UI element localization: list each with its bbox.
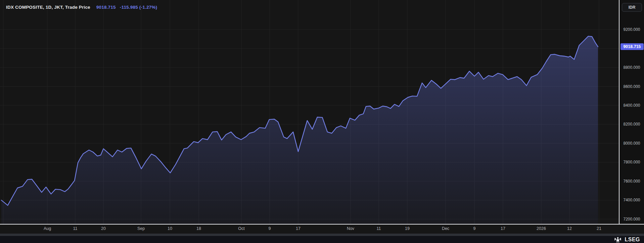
- price-tick-label: 7600.000: [619, 179, 644, 184]
- price-change-value: -115.985 (-1.27%): [120, 5, 157, 10]
- series-area-fill: [1, 36, 598, 224]
- footer-bar: LSEG: [0, 236, 644, 243]
- price-tick-label: 7400.000: [619, 197, 644, 203]
- price-tick-label: 8400.000: [619, 103, 644, 108]
- time-tick-label: 9: [473, 226, 476, 231]
- currency-button[interactable]: IDR: [622, 3, 642, 12]
- time-tick-label: 17: [296, 226, 301, 231]
- time-tick-label: 11: [377, 226, 381, 231]
- last-price-badge: 9018.715: [620, 43, 644, 50]
- lseg-branding: LSEG: [613, 236, 640, 243]
- price-tick-label: 7800.000: [619, 159, 644, 165]
- time-tick-label: 19: [405, 226, 410, 231]
- time-tick-label: Nov: [347, 226, 354, 231]
- price-tick-label: 8800.000: [619, 65, 644, 70]
- price-tick-label: 7200.000: [619, 216, 644, 222]
- time-tick-label: 20: [101, 226, 106, 231]
- time-tick-label: Oct: [238, 226, 244, 231]
- price-axis[interactable]: IDR 9200.0009000.0008800.0008600.0008400…: [619, 0, 644, 224]
- time-tick-label: 18: [196, 226, 201, 231]
- time-tick-label: Dec: [442, 226, 449, 231]
- time-tick-label: 2026: [537, 226, 546, 231]
- time-tick-label: 12: [567, 226, 572, 231]
- price-tick-label: 8000.000: [619, 141, 644, 146]
- time-tick-label: 10: [168, 226, 172, 231]
- instrument-title: IDX COMPOSITE, 1D, JKT, Trade Price: [6, 5, 90, 10]
- time-tick-label: 9: [269, 226, 271, 231]
- time-tick-label: 17: [501, 226, 505, 231]
- price-tick-label: 9200.000: [619, 27, 644, 32]
- chart-plot-area[interactable]: [0, 0, 619, 224]
- price-chart-window: IDX COMPOSITE, 1D, JKT, Trade Price 9018…: [0, 0, 644, 243]
- time-tick-label: Sep: [137, 226, 145, 231]
- bottom-scrollbar[interactable]: [0, 234, 644, 236]
- price-tick-label: 8200.000: [619, 122, 644, 127]
- price-tick-label: 8600.000: [619, 84, 644, 89]
- time-tick-label: 21: [597, 226, 601, 231]
- time-tick-label: 11: [73, 226, 78, 231]
- lseg-logo-text: LSEG: [625, 237, 640, 243]
- time-axis[interactable]: Aug1120Sep1018Oct917Nov1119Dec9172026122…: [0, 224, 644, 233]
- last-price-value: 9018.715: [96, 5, 116, 10]
- chart-legend[interactable]: IDX COMPOSITE, 1D, JKT, Trade Price 9018…: [6, 3, 157, 11]
- lseg-crest-icon: [613, 236, 622, 243]
- time-tick-label: Aug: [44, 226, 51, 231]
